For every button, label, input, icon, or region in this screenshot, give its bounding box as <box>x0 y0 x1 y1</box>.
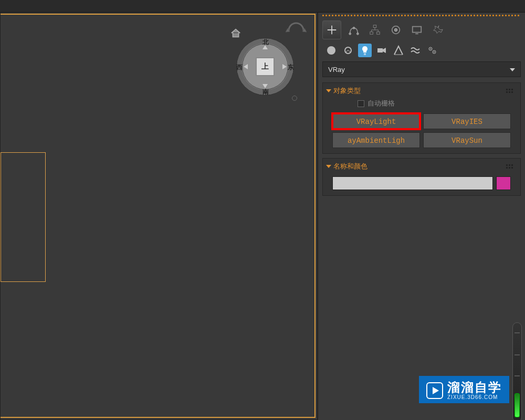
svg-point-1 <box>357 33 359 35</box>
display-tab[interactable] <box>408 20 425 39</box>
subcategory-dropdown[interactable]: VRay <box>322 61 521 77</box>
watermark-title: 溜溜自学 <box>447 381 502 394</box>
timeline-slider[interactable] <box>512 322 522 420</box>
dropdown-value: VRay <box>328 66 345 74</box>
vrayambientlight-button[interactable]: ayAmbientLigh <box>332 132 420 148</box>
title-bar <box>0 0 525 13</box>
home-icon[interactable] <box>230 27 242 39</box>
cameras-category[interactable] <box>375 44 388 57</box>
create-tab[interactable] <box>322 20 341 39</box>
slider-indicator <box>514 393 520 417</box>
collapse-icon <box>326 165 331 168</box>
chevron-right-icon[interactable] <box>282 64 287 69</box>
svg-rect-5 <box>377 32 380 35</box>
rollout-title: 对象类型 <box>333 86 361 96</box>
svg-rect-11 <box>377 48 383 52</box>
hierarchy-tab[interactable] <box>366 20 383 39</box>
object-color-swatch[interactable] <box>496 176 511 190</box>
watermark-sub: ZIXUE.3D66.COM <box>447 395 502 400</box>
svg-point-15 <box>434 51 435 52</box>
vrayies-button[interactable]: VRayIES <box>423 113 511 129</box>
slider-tick <box>514 332 520 333</box>
viewcube-menu-icon[interactable] <box>292 96 297 101</box>
collapse-icon <box>326 89 331 92</box>
systems-category[interactable] <box>425 44 439 57</box>
rollout-header-name-color[interactable]: 名称和颜色 <box>327 162 516 171</box>
main-tab-row <box>322 19 521 40</box>
object-type-rollout: 对象类型 自动栅格 VRayLight VRayIES ayAmbientLig… <box>322 82 521 154</box>
modify-tab[interactable] <box>345 20 362 39</box>
viewport[interactable]: 北 南 东 西 上 <box>0 13 318 420</box>
slider-tick <box>514 375 520 376</box>
name-and-color-rollout: 名称和颜色 <box>322 158 521 196</box>
rotate-arrows-icon[interactable] <box>286 20 307 35</box>
viewcube[interactable]: 北 南 东 西 上 <box>217 20 307 109</box>
drag-grip-icon[interactable] <box>506 89 513 93</box>
slider-tick <box>514 354 520 355</box>
geometry-category[interactable] <box>324 44 338 57</box>
vraylight-button[interactable]: VRayLight <box>332 113 420 129</box>
selected-object-outline[interactable] <box>1 152 46 282</box>
vraysun-button[interactable]: VRaySun <box>423 132 511 148</box>
motion-tab[interactable] <box>387 20 404 39</box>
panel-grip[interactable] <box>322 15 521 16</box>
lights-category[interactable] <box>358 44 372 57</box>
svg-rect-3 <box>373 25 376 28</box>
svg-point-2 <box>353 27 355 29</box>
rollout-header-object-type[interactable]: 对象类型 <box>327 86 516 96</box>
compass-west[interactable]: 西 <box>236 63 243 72</box>
chevron-left-icon[interactable] <box>244 64 248 69</box>
svg-point-0 <box>349 33 351 35</box>
spacewarps-category[interactable] <box>408 44 422 57</box>
chevron-down-icon[interactable] <box>262 84 268 88</box>
autogrid-checkbox[interactable] <box>358 100 364 107</box>
svg-point-7 <box>394 28 397 32</box>
svg-point-9 <box>327 46 335 55</box>
svg-rect-4 <box>370 32 373 35</box>
watermark: 溜溜自学 ZIXUE.3D66.COM <box>419 376 509 403</box>
autogrid-label: 自动栅格 <box>368 99 395 108</box>
chevron-down-icon <box>510 68 515 71</box>
svg-point-14 <box>430 48 431 49</box>
svg-rect-8 <box>413 27 422 33</box>
object-name-input[interactable] <box>332 176 493 190</box>
play-icon <box>426 382 443 399</box>
chevron-up-icon[interactable] <box>262 45 268 49</box>
rollout-title: 名称和颜色 <box>333 162 368 171</box>
autogrid-checkbox-row[interactable]: 自动栅格 <box>358 99 516 108</box>
shapes-category[interactable] <box>341 44 355 57</box>
helpers-category[interactable] <box>392 44 405 57</box>
compass-south[interactable]: 南 <box>262 88 269 97</box>
drag-grip-icon[interactable] <box>506 164 513 169</box>
viewcube-top-face[interactable]: 上 <box>256 57 275 76</box>
compass-east[interactable]: 东 <box>288 63 294 72</box>
command-panel: VRay 对象类型 自动栅格 VRayLight VRayIES ayAmbie… <box>318 13 525 420</box>
utilities-tab[interactable] <box>429 20 446 39</box>
category-row <box>324 43 521 58</box>
